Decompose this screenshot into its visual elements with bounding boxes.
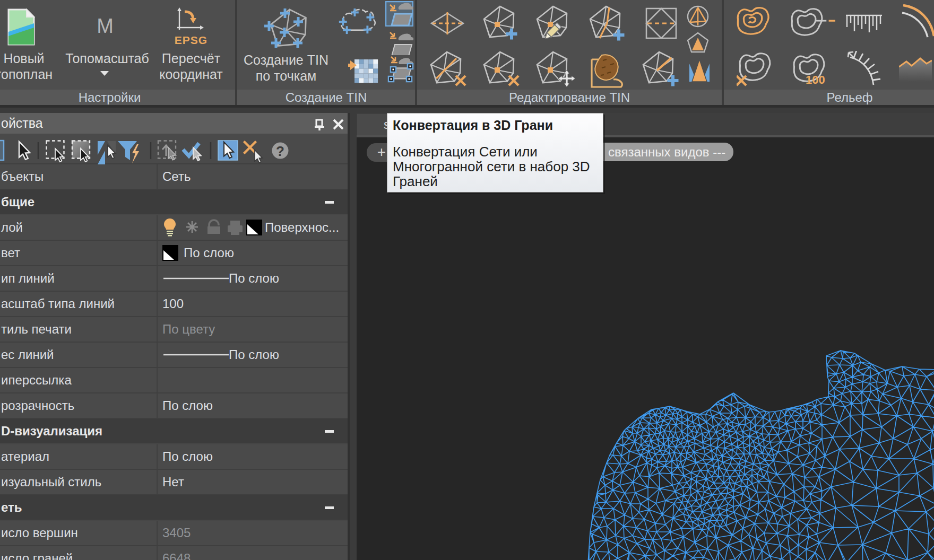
svg-text:100: 100 [806, 73, 825, 86]
svg-text:?: ? [276, 143, 284, 159]
